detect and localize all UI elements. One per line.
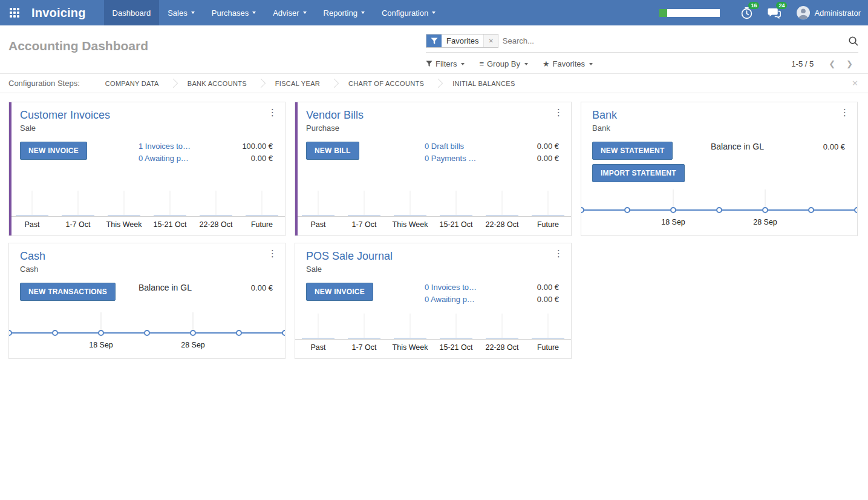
journal-title-link[interactable]: Bank [592, 109, 617, 122]
axis-tick-label: 28 Sep [753, 218, 777, 226]
axis-tick-label: 1-7 Oct [352, 343, 377, 352]
journal-card-customer-invoices: Customer InvoicesSale⋮NEW INVOICE1 Invoi… [8, 102, 286, 236]
axis-tick-label: 22-28 Oct [486, 220, 519, 229]
configuration-steps-bar: Configuration Steps: COMPANY DATABANK AC… [0, 73, 868, 93]
card-chart: Past1-7 OctThis Week15-21 Oct22-28 OctFu… [295, 187, 571, 235]
menu-item-sales[interactable]: Sales [159, 0, 203, 25]
axis-tick-label: Future [537, 220, 559, 229]
chevron-down-icon [191, 12, 195, 14]
chevron-down-icon [432, 12, 436, 14]
card-kebab-menu-icon[interactable]: ⋮ [268, 108, 277, 117]
axis-tick-label: 28 Sep [181, 341, 205, 349]
card-kebab-menu-icon[interactable]: ⋮ [268, 249, 277, 258]
menu-item-dashboard[interactable]: Dashboard [104, 0, 160, 25]
axis-tick-label: 1-7 Oct [352, 220, 377, 229]
planner-progress-bar[interactable] [659, 9, 720, 17]
journal-card-bank: BankBank⋮NEW STATEMENTIMPORT STATEMENTBa… [581, 102, 858, 236]
stat-amount: 0.00 € [537, 154, 559, 163]
stat-link[interactable]: 1 Invoices to… [139, 142, 191, 151]
axis-tick-label: This Week [106, 220, 143, 229]
axis-tick-label: 18 Sep [661, 218, 685, 226]
favorites-dropdown[interactable]: ★ Favorites [543, 59, 593, 68]
new-invoice-button[interactable]: NEW INVOICE [20, 142, 87, 160]
group-by-lines-icon: ≡ [479, 59, 484, 68]
pager-next-button[interactable]: ❯ [841, 59, 858, 68]
stat-link[interactable]: 0 Payments … [425, 154, 476, 163]
card-chart: Past1-7 OctThis Week15-21 Oct22-28 OctFu… [9, 187, 285, 235]
journal-title-link[interactable]: POS Sale Journal [306, 250, 393, 263]
configuration-steps: COMPANY DATABANK ACCOUNTSFISCAL YEARCHAR… [94, 80, 526, 87]
apps-grid-icon [10, 8, 19, 18]
card-buttons: NEW INVOICE [20, 142, 87, 163]
menu-item-reporting[interactable]: Reporting [315, 0, 373, 25]
card-buttons: NEW INVOICE [306, 283, 373, 304]
import-statement-button[interactable]: IMPORT STATEMENT [592, 164, 685, 182]
new-bill-button[interactable]: NEW BILL [306, 142, 359, 160]
card-stats: 0 Draft bills0.00 €0 Payments …0.00 € [425, 142, 559, 163]
config-step[interactable]: BANK ACCOUNTS [177, 80, 258, 87]
journal-subtitle: Purchase [306, 123, 561, 133]
stat-link[interactable]: 0 Awaiting p… [139, 154, 189, 163]
search-input[interactable] [503, 36, 843, 45]
card-kebab-menu-icon[interactable]: ⋮ [840, 108, 849, 117]
group-by-dropdown[interactable]: ≡ Group By [479, 59, 528, 68]
mini-bar-chart: Past1-7 OctThis Week15-21 Oct22-28 OctFu… [295, 187, 571, 233]
journal-title-link[interactable]: Cash [20, 250, 45, 263]
chevron-down-icon [361, 12, 365, 14]
journal-card-pos-sale-journal: POS Sale JournalSale⋮NEW INVOICE0 Invoic… [295, 243, 572, 359]
axis-tick-label: Past [24, 220, 40, 229]
journal-title-link[interactable]: Customer Invoices [20, 109, 110, 122]
activities-count-badge: 16 [748, 2, 759, 10]
config-step[interactable]: FISCAL YEAR [264, 80, 331, 87]
card-body: NEW INVOICE1 Invoices to…100.00 €0 Await… [9, 133, 285, 163]
axis-tick-label: Future [251, 220, 273, 229]
stat-link[interactable]: 0 Invoices to… [425, 283, 477, 292]
control-panel-actions: Filters ≡ Group By ★ Favorites 1-5 / 5 ❮… [426, 59, 858, 68]
stat-row: Balance in GL0.00 € [139, 283, 273, 292]
card-body: NEW BILL0 Draft bills0.00 €0 Payments …0… [295, 133, 571, 163]
main-menu: DashboardSalesPurchasesAdviserReportingC… [104, 0, 445, 25]
menu-item-adviser[interactable]: Adviser [264, 0, 315, 25]
apps-menu-button[interactable] [0, 0, 29, 25]
card-buttons: NEW TRANSACTIONS [20, 283, 116, 301]
activities-button[interactable]: 16 [740, 6, 754, 20]
journal-title-link[interactable]: Vendor Bills [306, 109, 364, 122]
config-step[interactable]: INITIAL BALANCES [442, 80, 526, 87]
configuration-bar-close-icon[interactable]: ✕ [852, 79, 858, 88]
menu-item-configuration[interactable]: Configuration [373, 0, 444, 25]
card-chart: 18 Sep28 Sep [581, 187, 857, 235]
filter-funnel-icon [426, 35, 442, 47]
filters-dropdown[interactable]: Filters [426, 59, 465, 68]
new-invoice-button[interactable]: NEW INVOICE [306, 283, 373, 301]
stat-row: 0 Invoices to…0.00 € [425, 283, 559, 292]
control-panel: Accounting Dashboard Favorites ✕ Filters… [0, 25, 868, 73]
card-stats: Balance in GL0.00 € [711, 142, 845, 182]
menu-item-purchases[interactable]: Purchases [203, 0, 264, 25]
config-step[interactable]: CHART OF ACCOUNTS [338, 80, 435, 87]
search-magnifier-icon[interactable] [843, 36, 858, 46]
user-menu[interactable]: Administrator [797, 6, 861, 19]
search-facet-label: Favorites [442, 35, 483, 47]
axis-tick-label: 15-21 Oct [440, 343, 473, 352]
filters-funnel-icon [426, 61, 432, 67]
stat-link[interactable]: 0 Awaiting p… [425, 295, 475, 304]
stat-row: 0 Draft bills0.00 € [425, 142, 559, 151]
facet-remove-button[interactable]: ✕ [483, 35, 497, 47]
card-kebab-menu-icon[interactable]: ⋮ [554, 108, 563, 117]
new-transactions-button[interactable]: NEW TRANSACTIONS [20, 283, 116, 301]
navbar-right: 16 24 Administrator [659, 0, 868, 25]
new-statement-button[interactable]: NEW STATEMENT [592, 142, 673, 160]
card-body: NEW TRANSACTIONSBalance in GL0.00 € [9, 274, 285, 301]
stat-link[interactable]: 0 Draft bills [425, 142, 464, 151]
pager-previous-button[interactable]: ❮ [823, 59, 841, 68]
user-avatar [797, 6, 810, 19]
axis-tick-label: 15-21 Oct [440, 220, 473, 229]
config-step[interactable]: COMPANY DATA [94, 80, 170, 87]
search-panel: Favorites ✕ Filters ≡ Group By ★ Favorit… [426, 34, 858, 68]
page-title: Accounting Dashboard [8, 34, 426, 68]
navbar-spacer [444, 0, 659, 25]
axis-tick-label: 1-7 Oct [66, 220, 91, 229]
messages-button[interactable]: 24 [767, 6, 782, 20]
axis-tick-label: Past [310, 220, 326, 229]
card-kebab-menu-icon[interactable]: ⋮ [554, 249, 563, 258]
